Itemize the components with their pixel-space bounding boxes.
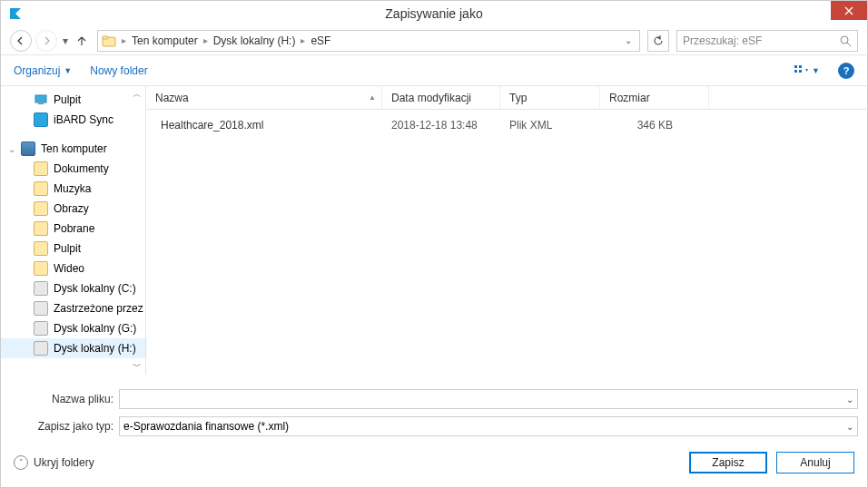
- tree-label: iBARD Sync: [54, 113, 113, 126]
- pc-icon: [21, 142, 35, 156]
- svg-rect-2: [103, 36, 108, 39]
- chevron-right-icon: ▸: [203, 35, 208, 45]
- tree-item[interactable]: iBARD Sync: [1, 110, 145, 130]
- tree-item[interactable]: Dysk lokalny (G:): [1, 318, 145, 338]
- up-button[interactable]: [74, 33, 90, 49]
- forward-button[interactable]: [35, 30, 57, 52]
- svg-rect-5: [794, 65, 797, 68]
- chevron-right-icon: ▸: [301, 35, 305, 45]
- nav-bar: ▾ ▸ Ten komputer ▸ Dysk lokalny (H:) ▸ e…: [1, 26, 867, 55]
- breadcrumb-root[interactable]: Ten komputer: [132, 34, 198, 47]
- chevron-down-icon[interactable]: ⌄: [846, 422, 853, 432]
- tree-label: Dysk lokalny (G:): [54, 322, 136, 335]
- search-box[interactable]: Przeszukaj: eSF: [676, 30, 858, 52]
- drive-icon: [34, 341, 48, 356]
- folder-icon: [34, 201, 48, 216]
- new-folder-button[interactable]: Nowy folder: [90, 64, 147, 77]
- file-size: 346 KB: [600, 119, 709, 132]
- search-icon: [839, 34, 852, 47]
- filetype-value: e-Sprawozdania finansowe (*.xml): [123, 420, 289, 433]
- breadcrumb-folder[interactable]: eSF: [311, 34, 330, 47]
- folder-tree: ︿ Pulpit iBARD Sync ⌄ Ten komputer Dokum…: [1, 86, 146, 375]
- column-date[interactable]: Data modyfikacji: [382, 86, 500, 109]
- title-bar: Zapisywanie jako: [1, 1, 867, 26]
- tree-item[interactable]: Dysk lokalny (H:): [1, 338, 145, 358]
- tree-label: Muzyka: [54, 182, 91, 195]
- organize-button[interactable]: Organizuj ▼: [14, 64, 72, 77]
- scroll-down-icon[interactable]: ﹀: [133, 360, 142, 373]
- filename-input[interactable]: ⌄: [119, 389, 858, 409]
- sync-icon: [34, 112, 48, 127]
- save-button[interactable]: Zapisz: [689, 452, 767, 473]
- file-name: Healthcare_2018.xml: [161, 119, 263, 132]
- tree-item[interactable]: Zastrzeżone przez system: [1, 298, 145, 318]
- tree-label: Pulpit: [54, 93, 81, 106]
- drive-icon: [34, 301, 48, 316]
- filename-label: Nazwa pliku:: [10, 393, 119, 405]
- svg-rect-10: [38, 103, 44, 104]
- svg-point-3: [841, 36, 848, 44]
- tree-item[interactable]: Obrazy: [1, 199, 145, 219]
- expand-icon[interactable]: ⌄: [6, 144, 17, 154]
- folder-icon: [34, 161, 48, 176]
- folder-icon: [34, 221, 48, 236]
- file-list-header: Nazwa ▲ Data modyfikacji Typ Rozmiar: [146, 86, 867, 110]
- folder-icon: [34, 241, 48, 256]
- tree-label: Wideo: [54, 262, 84, 275]
- sort-asc-icon: ▲: [369, 93, 376, 102]
- tree-item[interactable]: Pulpit: [1, 239, 145, 259]
- save-fields: Nazwa pliku: ⌄ Zapisz jako typ: e-Sprawo…: [1, 375, 867, 444]
- tree-item[interactable]: Pulpit: [1, 90, 145, 110]
- breadcrumb-drive[interactable]: Dysk lokalny (H:): [213, 34, 296, 47]
- hide-folders-button[interactable]: ˄ Ukryj foldery: [14, 455, 94, 470]
- help-button[interactable]: ?: [838, 63, 854, 79]
- back-button[interactable]: [10, 30, 32, 52]
- file-list: Nazwa ▲ Data modyfikacji Typ Rozmiar Hea…: [146, 86, 867, 375]
- tree-item-this-pc[interactable]: ⌄ Ten komputer: [1, 139, 145, 159]
- tree-label: Dysk lokalny (H:): [54, 342, 136, 355]
- filetype-select[interactable]: e-Sprawozdania finansowe (*.xml) ⌄: [119, 416, 858, 436]
- window-title: Zapisywanie jako: [1, 6, 867, 21]
- drive-icon: [34, 321, 48, 336]
- folder-icon: [34, 261, 48, 276]
- scroll-up-icon[interactable]: ︿: [133, 88, 142, 101]
- file-row[interactable]: Healthcare_2018.xml 2018-12-18 13:48 Pli…: [146, 115, 867, 135]
- view-options-button[interactable]: ▼: [794, 64, 820, 77]
- svg-rect-7: [794, 70, 797, 73]
- cancel-button[interactable]: Anuluj: [776, 452, 854, 473]
- tree-label: Dysk lokalny (C:): [54, 282, 136, 295]
- tree-item[interactable]: Dokumenty: [1, 159, 145, 179]
- footer: ˄ Ukryj foldery Zapisz Anuluj: [1, 444, 867, 482]
- column-size[interactable]: Rozmiar: [600, 86, 709, 109]
- file-type: Plik XML: [500, 119, 600, 132]
- main-area: ︿ Pulpit iBARD Sync ⌄ Ten komputer Dokum…: [1, 86, 867, 375]
- history-dropdown-icon[interactable]: ▾: [61, 34, 70, 47]
- svg-rect-9: [35, 95, 46, 102]
- filetype-label: Zapisz jako typ:: [10, 420, 119, 433]
- tree-item[interactable]: Wideo: [1, 259, 145, 278]
- search-placeholder: Przeszukaj: eSF: [683, 34, 762, 47]
- toolbar: Organizuj ▼ Nowy folder ▼ ?: [1, 55, 867, 86]
- chevron-down-icon[interactable]: ⌄: [846, 395, 853, 405]
- tree-label: Zastrzeżone przez system: [54, 302, 145, 315]
- tree-label: Dokumenty: [54, 162, 109, 175]
- svg-rect-6: [799, 65, 802, 68]
- tree-item[interactable]: Muzyka: [1, 179, 145, 199]
- svg-line-4: [847, 43, 851, 46]
- file-date: 2018-12-18 13:48: [382, 119, 500, 132]
- close-button[interactable]: [831, 1, 867, 20]
- tree-item[interactable]: Dysk lokalny (C:): [1, 278, 145, 298]
- chevron-right-icon: ▸: [122, 35, 126, 45]
- drive-icon: [34, 281, 48, 296]
- svg-rect-8: [799, 70, 802, 73]
- address-dropdown-icon[interactable]: ⌄: [621, 35, 636, 45]
- tree-label: Pulpit: [54, 242, 81, 255]
- folder-icon: [34, 181, 48, 196]
- address-bar[interactable]: ▸ Ten komputer ▸ Dysk lokalny (H:) ▸ eSF…: [97, 30, 640, 52]
- column-name[interactable]: Nazwa ▲: [146, 86, 382, 109]
- tree-item[interactable]: Pobrane: [1, 219, 145, 239]
- refresh-button[interactable]: [647, 30, 669, 52]
- tree-label: Obrazy: [54, 202, 89, 215]
- column-type[interactable]: Typ: [500, 86, 600, 109]
- chevron-down-icon: ▼: [64, 66, 72, 75]
